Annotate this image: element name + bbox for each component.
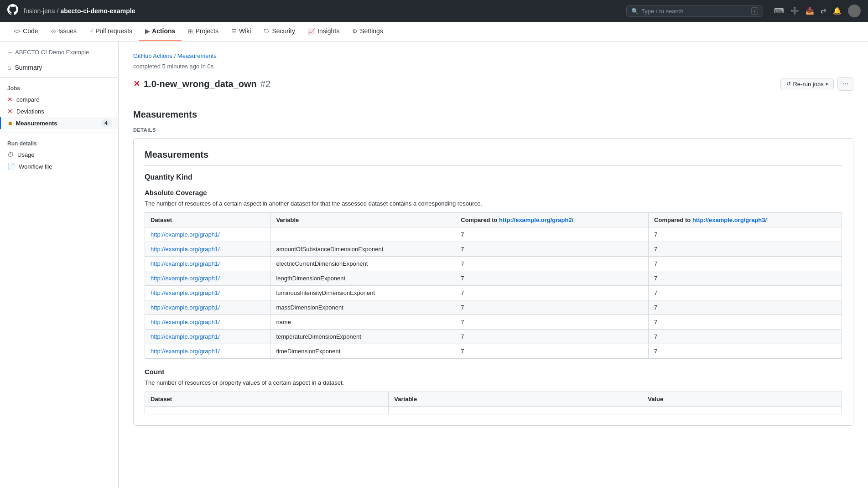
- repo-nav-wiki[interactable]: ☰ Wiki: [225, 22, 257, 41]
- dataset-link[interactable]: http://example.org/graph1/: [151, 304, 220, 311]
- notification-icon[interactable]: 🔔: [833, 7, 842, 15]
- repo-nav-code[interactable]: <> Code: [7, 22, 45, 41]
- repo-link[interactable]: abecto-ci-demo-example: [60, 7, 135, 15]
- usage-label: Usage: [17, 151, 35, 158]
- search-shortcut: /: [751, 7, 758, 15]
- run-title: ✕ 1.0-new_wrong_data_own #2: [133, 79, 270, 89]
- inbox-icon[interactable]: 📥: [806, 7, 814, 15]
- github-logo-icon[interactable]: [7, 4, 18, 18]
- table-cell-variable: lengthDimensionExponent: [270, 271, 455, 286]
- table-cell-dataset: http://example.org/graph1/: [145, 315, 270, 330]
- table-cell-col4: 7: [649, 315, 842, 330]
- count-title: Count: [145, 368, 842, 376]
- search-placeholder: Type / to search: [641, 8, 684, 15]
- repo-nav-actions[interactable]: ▶ Actions: [139, 22, 182, 41]
- count-table-cell: [145, 407, 389, 414]
- settings-icon: ⚙: [352, 28, 358, 35]
- repo-nav-projects[interactable]: ⊞ Projects: [182, 22, 225, 41]
- avatar[interactable]: [848, 5, 861, 17]
- rerun-chevron-icon: ▾: [826, 82, 828, 87]
- table-cell-col4: 7: [649, 257, 842, 271]
- table-cell-col3: 7: [455, 344, 649, 359]
- dataset-link[interactable]: http://example.org/graph1/: [151, 348, 220, 355]
- sidebar-summary[interactable]: ⌂ Summary: [0, 61, 118, 74]
- repo-nav-settings[interactable]: ⚙ Settings: [346, 22, 390, 41]
- measurements-link[interactable]: Measurements: [177, 52, 217, 59]
- run-actions: ↺ Re-run jobs ▾ ···: [780, 77, 853, 91]
- table-row: http://example.org/graph1/name77: [145, 315, 842, 330]
- table-cell-dataset: http://example.org/graph1/: [145, 227, 270, 242]
- dataset-link[interactable]: http://example.org/graph1/: [151, 319, 220, 325]
- back-link-row: ← ABECTO CI Demo Example: [0, 49, 118, 61]
- card-divider: [145, 165, 842, 166]
- jobs-section-label: Jobs: [0, 82, 118, 93]
- sidebar-item-measurements[interactable]: ■ Measurements 4: [0, 117, 118, 129]
- sidebar-item-usage[interactable]: ⏱ Usage: [0, 149, 118, 160]
- dataset-link[interactable]: http://example.org/graph1/: [151, 333, 220, 340]
- dataset-link[interactable]: http://example.org/graph1/: [151, 231, 220, 238]
- table-cell-variable: timeDimensionExponent: [270, 344, 455, 359]
- deviations-label: Deviations: [16, 108, 44, 115]
- workflow-file-icon: 📄: [7, 163, 15, 170]
- table-row: http://example.org/graph1/timeDimensionE…: [145, 344, 842, 359]
- measurements-label: Measurements: [16, 120, 57, 127]
- back-link[interactable]: ← ABECTO CI Demo Example: [7, 49, 111, 56]
- error-icon-deviations: ✕: [7, 108, 13, 115]
- pr-icon[interactable]: ⇄: [821, 7, 826, 15]
- more-options-button[interactable]: ···: [837, 77, 853, 91]
- actions-icon: ▶: [145, 28, 150, 35]
- rerun-label: Re-run jobs: [793, 81, 823, 88]
- run-error-icon: ✕: [133, 79, 140, 89]
- dataset-link[interactable]: http://example.org/graph1/: [151, 260, 220, 267]
- back-arrow-icon: ←: [7, 49, 13, 56]
- table-row: http://example.org/graph1/electricCurren…: [145, 257, 842, 271]
- repo-nav-pulls[interactable]: ⑂ Pull requests: [83, 22, 139, 41]
- terminal-icon[interactable]: ⌨: [774, 7, 784, 15]
- page-container: ← ABECTO CI Demo Example ⌂ Summary Jobs …: [0, 41, 868, 488]
- github-actions-link[interactable]: GitHub Actions: [133, 52, 172, 59]
- sidebar-item-deviations[interactable]: ✕ Deviations: [0, 105, 118, 117]
- compare-label: compare: [16, 96, 40, 103]
- table-header-compared2: Compared to http://example.org/graph2/: [455, 213, 649, 227]
- search-bar[interactable]: 🔍 Type / to search /: [626, 5, 763, 17]
- table-cell-col3: 7: [455, 286, 649, 300]
- sidebar-item-compare[interactable]: ✕ compare: [0, 93, 118, 105]
- repo-nav-security[interactable]: 🛡 Security: [257, 22, 301, 41]
- workflow-breadcrumb: GitHub Actions / Measurements GitHub Act…: [133, 52, 853, 59]
- insights-label: Insights: [317, 27, 339, 35]
- table-cell-variable: luminousIntensityDimensionExponent: [270, 286, 455, 300]
- table-cell-col3: 7: [455, 242, 649, 257]
- table-header-compared3: Compared to http://example.org/graph3/: [649, 213, 842, 227]
- table-header-dataset: Dataset: [145, 213, 270, 227]
- table-cell-col3: 7: [455, 315, 649, 330]
- security-label: Security: [272, 27, 295, 35]
- pull-requests-icon: ⑂: [89, 28, 93, 35]
- insights-icon: 📈: [308, 28, 315, 35]
- dataset-link[interactable]: http://example.org/graph1/: [151, 246, 220, 253]
- main-divider: [133, 100, 853, 100]
- rerun-jobs-button[interactable]: ↺ Re-run jobs ▾: [780, 78, 833, 90]
- dataset-link[interactable]: http://example.org/graph1/: [151, 275, 220, 282]
- back-link-label: ABECTO CI Demo Example: [15, 49, 89, 56]
- details-label: DETAILS: [133, 127, 853, 133]
- table-cell-col3: 7: [455, 271, 649, 286]
- repo-nav-issues[interactable]: ⊙ Issues: [45, 22, 83, 41]
- table-cell-dataset: http://example.org/graph1/: [145, 257, 270, 271]
- count-table: Dataset Variable Value: [145, 392, 842, 414]
- count-table-cell: [642, 407, 842, 414]
- wiki-icon: ☰: [231, 28, 237, 35]
- main-content: GitHub Actions / Measurements GitHub Act…: [119, 41, 868, 488]
- sidebar-divider-2: [0, 133, 118, 133]
- graph2-header-link[interactable]: http://example.org/graph2/: [499, 217, 573, 223]
- graph3-header-link[interactable]: http://example.org/graph3/: [692, 217, 767, 223]
- sidebar-item-workflow-file[interactable]: 📄 Workflow file: [0, 160, 118, 172]
- dataset-link[interactable]: http://example.org/graph1/: [151, 289, 220, 296]
- plus-icon[interactable]: ➕: [790, 7, 799, 15]
- code-label: Code: [23, 27, 38, 35]
- home-icon: ⌂: [7, 64, 11, 71]
- repo-nav-insights[interactable]: 📈 Insights: [301, 22, 346, 41]
- org-link[interactable]: fusion-jena: [24, 7, 55, 15]
- workflow-file-label: Workflow file: [19, 163, 52, 170]
- table-cell-col3: 7: [455, 227, 649, 242]
- run-title-text: 1.0-new_wrong_data_own: [144, 79, 257, 89]
